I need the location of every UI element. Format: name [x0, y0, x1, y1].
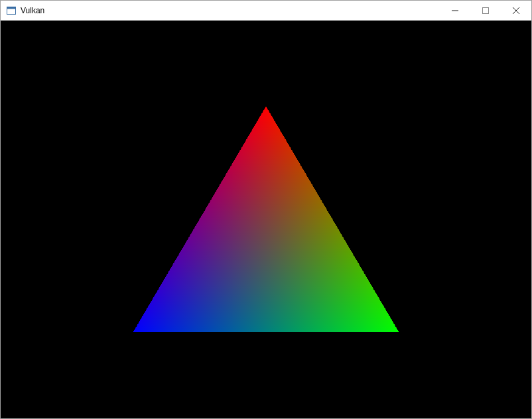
client-area: [1, 21, 531, 418]
close-button[interactable]: [501, 1, 531, 20]
titlebar[interactable]: Vulkan: [1, 1, 531, 21]
maximize-button[interactable]: [470, 1, 501, 20]
svg-rect-1: [7, 7, 16, 9]
application-window: Vulkan: [0, 0, 532, 419]
close-icon: [513, 7, 519, 14]
hello-triangle: [133, 107, 399, 332]
maximize-icon: [482, 7, 489, 14]
minimize-button[interactable]: [440, 1, 470, 20]
window-title: Vulkan: [21, 6, 44, 15]
minimize-icon: [452, 7, 458, 14]
window-controls: [440, 1, 531, 20]
svg-rect-3: [483, 7, 489, 13]
render-surface: [1, 21, 531, 418]
app-icon: [6, 5, 17, 16]
